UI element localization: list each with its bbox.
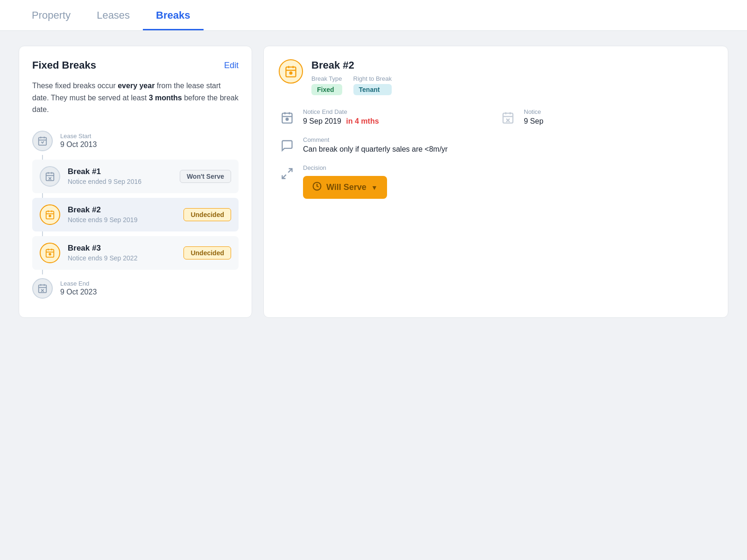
comment-row: Comment Can break only if quarterly sale… [279, 136, 713, 154]
svg-point-35 [286, 118, 289, 120]
break2-info: Break #2 Notice ends 9 Sep 2019 [68, 205, 176, 224]
spacer2 [42, 193, 239, 198]
notice-end-date2-content: Notice 9 Sep [524, 108, 713, 126]
notice-end-date2-icon [500, 109, 516, 126]
timeline: Lease Start 9 Oct 2013 [32, 127, 239, 302]
svg-line-43 [282, 175, 286, 178]
decision-content: Decision Will Serve ▼ [303, 164, 713, 199]
decision-row: Decision Will Serve ▼ [279, 164, 713, 199]
notice-end-date-row: Notice End Date 9 Sep 2019 in 4 mths Not… [279, 108, 713, 126]
tab-property[interactable]: Property [19, 0, 84, 30]
top-nav: Property Leases Breaks [0, 0, 747, 31]
break-type-group: Break Type Fixed [311, 75, 342, 95]
notice-end-date-value: 9 Sep 2019 in 4 mths [303, 117, 492, 126]
main-content: Fixed Breaks Edit These fixed breaks occ… [0, 31, 747, 333]
comment-content: Comment Can break only if quarterly sale… [303, 136, 713, 154]
spacer4 [42, 270, 239, 274]
break3-icon [40, 243, 60, 263]
svg-rect-20 [39, 285, 47, 293]
decision-btn-label: Will Serve [326, 182, 366, 192]
panel-title: Fixed Breaks [32, 59, 96, 71]
break-type-badge: Fixed [311, 84, 342, 95]
right-to-break-group: Right to Break Tenant [353, 75, 392, 95]
lease-end-label: Lease End 9 Oct 2023 [60, 280, 239, 296]
spacer3 [42, 231, 239, 236]
break-detail-title: Break #2 [311, 59, 392, 71]
break1-info: Break #1 Notice ended 9 Sep 2016 [68, 167, 172, 185]
break-detail-header: Break #2 Break Type Fixed Right to Break… [279, 59, 713, 95]
edit-button[interactable]: Edit [224, 61, 239, 70]
tab-leases[interactable]: Leases [84, 0, 143, 30]
break1-badge: Won't Serve [180, 170, 231, 183]
break1-icon [40, 166, 60, 187]
chevron-down-icon: ▼ [371, 184, 378, 191]
lease-end-item: Lease End 9 Oct 2023 [32, 274, 239, 302]
svg-rect-4 [46, 173, 54, 181]
lease-start-label: Lease Start 9 Oct 2013 [60, 133, 239, 149]
notice-end-date-content: Notice End Date 9 Sep 2019 in 4 mths [303, 108, 492, 126]
break-row-3[interactable]: Break #3 Notice ends 9 Sep 2022 Undecide… [32, 236, 239, 270]
lease-end-icon [32, 278, 53, 299]
break-detail-icon [279, 59, 303, 84]
spacer [42, 155, 239, 160]
break-row-1[interactable]: Break #1 Notice ended 9 Sep 2016 Won't S… [32, 160, 239, 193]
break2-badge: Undecided [183, 208, 231, 221]
panel-header: Fixed Breaks Edit [32, 59, 239, 71]
comment-icon [279, 137, 296, 154]
decision-btn-clock-icon [312, 182, 322, 193]
panel-description: These fixed breaks occur every year from… [32, 80, 239, 116]
svg-point-19 [49, 253, 51, 255]
tab-breaks[interactable]: Breaks [143, 0, 203, 30]
decision-icon [279, 165, 296, 182]
svg-point-30 [290, 72, 292, 74]
decision-button[interactable]: Will Serve ▼ [303, 176, 387, 199]
break-detail-title-group: Break #2 Break Type Fixed Right to Break… [311, 59, 392, 95]
notice-end-date-icon [279, 109, 296, 126]
break3-info: Break #3 Notice ends 9 Sep 2022 [68, 244, 176, 262]
left-panel: Fixed Breaks Edit These fixed breaks occ… [19, 46, 252, 318]
svg-point-14 [49, 215, 51, 217]
break-row-2[interactable]: Break #2 Notice ends 9 Sep 2019 Undecide… [32, 198, 239, 231]
detail-badges: Break Type Fixed Right to Break Tenant [311, 75, 392, 95]
svg-line-42 [288, 169, 292, 173]
right-to-break-badge: Tenant [353, 84, 392, 95]
break3-badge: Undecided [183, 246, 231, 259]
break2-icon [40, 204, 60, 225]
lease-start-item: Lease Start 9 Oct 2013 [32, 127, 239, 155]
svg-rect-0 [39, 137, 47, 145]
lease-start-icon [32, 131, 53, 151]
right-panel: Break #2 Break Type Fixed Right to Break… [263, 46, 728, 318]
svg-rect-36 [503, 113, 513, 123]
